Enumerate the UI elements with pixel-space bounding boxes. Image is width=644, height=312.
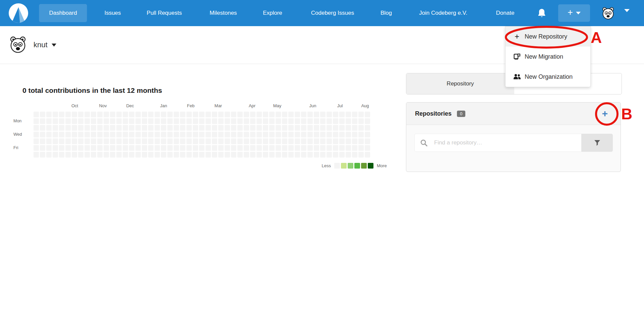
menu-item-new-migration[interactable]: New Migration — [506, 47, 590, 67]
heatmap-cell — [225, 112, 230, 117]
heatmap-cell — [135, 125, 141, 131]
heatmap-cell — [352, 152, 357, 158]
heatmap-cell — [129, 138, 134, 144]
heatmap-cell — [135, 152, 141, 158]
heatmap-cell — [301, 125, 306, 131]
heatmap-cell — [180, 152, 185, 158]
heatmap-cell — [263, 145, 268, 151]
nav-item-issues[interactable]: Issues — [104, 0, 121, 26]
heatmap-cell — [314, 138, 319, 144]
context-switch-caret-icon[interactable] — [52, 44, 56, 47]
username-label[interactable]: knut — [34, 41, 48, 49]
heatmap-cell — [84, 152, 90, 158]
nav-item-milestones[interactable]: Milestones — [210, 0, 237, 26]
heatmap-cell — [34, 145, 39, 151]
heatmap-cell — [46, 145, 52, 151]
heatmap-cell — [199, 152, 204, 158]
notifications-bell-icon[interactable] — [537, 0, 546, 26]
heatmap-cell — [327, 138, 332, 144]
menu-item-new-repository[interactable]: +New Repository — [506, 26, 590, 47]
heatmap-cell — [212, 118, 217, 124]
heatmap-cell — [72, 152, 77, 158]
filter-funnel-icon — [594, 140, 600, 146]
heatmap-cell — [78, 152, 83, 158]
heatmap-cell — [72, 132, 77, 137]
heatmap-cell — [46, 125, 52, 131]
heatmap-cell — [218, 125, 224, 131]
heatmap-cell — [256, 112, 262, 117]
heatmap-cell — [129, 132, 134, 137]
heatmap-cell — [116, 138, 122, 144]
heatmap-cell — [40, 132, 45, 137]
heatmap-cell — [358, 125, 364, 131]
menu-item-new-organization[interactable]: New Organization — [506, 67, 590, 87]
repository-filter-button[interactable] — [581, 134, 613, 152]
navbar-user-avatar[interactable] — [602, 7, 614, 19]
heatmap-cell — [180, 118, 185, 124]
new-repository-plus-button[interactable]: + — [602, 109, 608, 119]
day-label-fri: Fri — [13, 145, 32, 151]
heatmap-cell — [148, 132, 154, 137]
heatmap-cell — [365, 138, 370, 144]
heatmap-cell — [53, 152, 58, 158]
heatmap-cell — [276, 138, 281, 144]
heatmap-cell — [365, 125, 370, 131]
heatmap-cell — [161, 125, 166, 131]
tab-repository[interactable]: Repository — [406, 73, 514, 94]
user-menu-caret-icon[interactable] — [624, 12, 630, 18]
nav-item-dashboard[interactable]: Dashboard — [39, 4, 87, 22]
codeberg-logo-icon[interactable] — [9, 3, 28, 23]
heatmap-cell — [59, 138, 64, 144]
heatmap-cell — [231, 132, 236, 137]
nav-item-explore[interactable]: Explore — [263, 0, 282, 26]
heatmap-cell — [352, 118, 357, 124]
nav-item-donate[interactable]: Donate — [496, 0, 515, 26]
heatmap-cell — [53, 132, 58, 137]
heatmap-cell — [110, 125, 115, 131]
heatmap-cell — [193, 132, 198, 137]
nav-item-blog[interactable]: Blog — [380, 0, 392, 26]
nav-item-join-codeberg-e-v[interactable]: Join Codeberg e.V. — [419, 0, 467, 26]
create-new-button[interactable]: + — [558, 4, 590, 22]
heatmap-cell — [123, 132, 128, 137]
heatmap-cell — [53, 125, 58, 131]
heatmap-cell — [282, 152, 287, 158]
heatmap-cell — [65, 145, 71, 151]
heatmap-cell — [256, 145, 262, 151]
heatmap-cell — [161, 152, 166, 158]
heatmap-cell — [180, 125, 185, 131]
heatmap-cell — [135, 112, 141, 117]
heatmap-cell — [263, 118, 268, 124]
heatmap-cell — [288, 112, 294, 117]
heatmap-cell — [269, 112, 275, 117]
nav-item-pull-requests[interactable]: Pull Requests — [147, 0, 182, 26]
heatmap-cell — [78, 125, 83, 131]
heatmap-cell — [148, 145, 154, 151]
heatmap-cell — [346, 125, 351, 131]
heatmap-cell — [333, 125, 338, 131]
legend-less-label: Less — [302, 163, 331, 168]
heatmap-cell — [135, 132, 141, 137]
heatmap-cell — [155, 132, 160, 137]
heatmap-cell — [40, 125, 45, 131]
heatmap-cell — [65, 125, 71, 131]
heatmap-cell — [65, 118, 71, 124]
heatmap-cell — [84, 125, 90, 131]
heatmap-cell — [250, 132, 255, 137]
heatmap-cell — [116, 152, 122, 158]
heatmap-cell — [104, 118, 109, 124]
repository-search-input[interactable] — [414, 134, 581, 152]
heatmap-cell — [167, 118, 173, 124]
heatmap-cell — [65, 132, 71, 137]
heatmap-cell — [307, 152, 313, 158]
heatmap-cell — [301, 112, 306, 117]
heatmap-cell — [116, 125, 122, 131]
heatmap-cell — [206, 125, 211, 131]
heatmap-cell — [155, 125, 160, 131]
heatmap-cell — [84, 138, 90, 144]
heatmap-cell — [358, 118, 364, 124]
heatmap-cell — [59, 118, 64, 124]
month-label-aug: Aug — [361, 103, 369, 108]
nav-item-codeberg-issues[interactable]: Codeberg Issues — [311, 0, 354, 26]
profile-avatar[interactable] — [9, 36, 26, 53]
